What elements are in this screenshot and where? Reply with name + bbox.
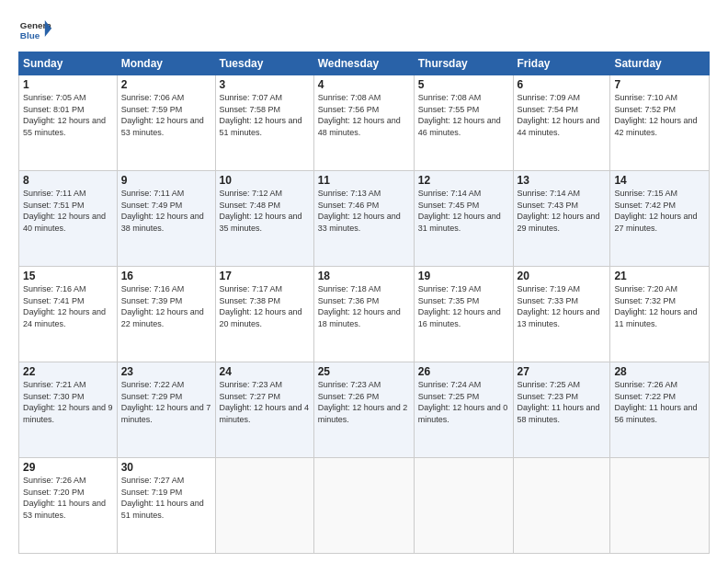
calendar-week-row: 8 Sunrise: 7:11 AMSunset: 7:51 PMDayligh… xyxy=(19,171,710,267)
day-info: Sunrise: 7:22 AMSunset: 7:29 PMDaylight:… xyxy=(121,380,211,424)
calendar-day-cell: 25 Sunrise: 7:23 AMSunset: 7:26 PMDaylig… xyxy=(313,362,414,458)
day-info: Sunrise: 7:16 AMSunset: 7:39 PMDaylight:… xyxy=(121,284,204,328)
day-info: Sunrise: 7:11 AMSunset: 7:51 PMDaylight:… xyxy=(23,189,106,233)
day-number: 10 xyxy=(220,174,310,187)
day-info: Sunrise: 7:25 AMSunset: 7:23 PMDaylight:… xyxy=(518,380,600,424)
calendar-day-cell xyxy=(610,458,710,554)
day-number: 2 xyxy=(121,78,211,91)
day-number: 3 xyxy=(220,78,310,91)
day-info: Sunrise: 7:24 AMSunset: 7:25 PMDaylight:… xyxy=(418,380,508,424)
day-number: 11 xyxy=(318,174,410,187)
weekday-header-thursday: Thursday xyxy=(414,52,513,75)
calendar-day-cell: 22 Sunrise: 7:21 AMSunset: 7:30 PMDaylig… xyxy=(19,362,118,458)
day-info: Sunrise: 7:14 AMSunset: 7:45 PMDaylight:… xyxy=(418,189,501,233)
day-info: Sunrise: 7:16 AMSunset: 7:41 PMDaylight:… xyxy=(23,284,106,328)
day-info: Sunrise: 7:23 AMSunset: 7:27 PMDaylight:… xyxy=(220,380,310,424)
day-number: 7 xyxy=(614,78,705,91)
calendar-day-cell: 26 Sunrise: 7:24 AMSunset: 7:25 PMDaylig… xyxy=(414,362,513,458)
header: General Blue xyxy=(18,17,710,42)
calendar-day-cell: 28 Sunrise: 7:26 AMSunset: 7:22 PMDaylig… xyxy=(610,362,710,458)
day-number: 15 xyxy=(23,270,113,282)
day-number: 16 xyxy=(121,270,211,282)
day-info: Sunrise: 7:14 AMSunset: 7:43 PMDaylight:… xyxy=(518,189,600,233)
day-info: Sunrise: 7:07 AMSunset: 7:58 PMDaylight:… xyxy=(220,93,302,137)
calendar-week-row: 15 Sunrise: 7:16 AMSunset: 7:41 PMDaylig… xyxy=(19,267,710,362)
calendar-day-cell: 8 Sunrise: 7:11 AMSunset: 7:51 PMDayligh… xyxy=(19,171,118,267)
day-number: 19 xyxy=(418,270,509,282)
day-number: 23 xyxy=(121,365,211,378)
svg-text:Blue: Blue xyxy=(20,30,40,40)
calendar-day-cell: 12 Sunrise: 7:14 AMSunset: 7:45 PMDaylig… xyxy=(414,171,513,267)
day-number: 28 xyxy=(614,365,705,378)
day-number: 25 xyxy=(318,365,410,378)
calendar-day-cell: 29 Sunrise: 7:26 AMSunset: 7:20 PMDaylig… xyxy=(19,458,118,554)
day-info: Sunrise: 7:15 AMSunset: 7:42 PMDaylight:… xyxy=(614,189,697,233)
calendar-day-cell: 11 Sunrise: 7:13 AMSunset: 7:46 PMDaylig… xyxy=(313,171,414,267)
day-info: Sunrise: 7:21 AMSunset: 7:30 PMDaylight:… xyxy=(23,380,113,424)
calendar-day-cell: 3 Sunrise: 7:07 AMSunset: 7:58 PMDayligh… xyxy=(215,75,313,171)
day-info: Sunrise: 7:18 AMSunset: 7:36 PMDaylight:… xyxy=(318,284,401,328)
day-number: 13 xyxy=(518,174,607,187)
day-info: Sunrise: 7:19 AMSunset: 7:33 PMDaylight:… xyxy=(518,284,600,328)
calendar-day-cell: 27 Sunrise: 7:25 AMSunset: 7:23 PMDaylig… xyxy=(513,362,610,458)
day-info: Sunrise: 7:05 AMSunset: 8:01 PMDaylight:… xyxy=(23,93,106,137)
day-info: Sunrise: 7:06 AMSunset: 7:59 PMDaylight:… xyxy=(121,93,204,137)
day-info: Sunrise: 7:26 AMSunset: 7:20 PMDaylight:… xyxy=(23,476,106,520)
calendar-day-cell: 15 Sunrise: 7:16 AMSunset: 7:41 PMDaylig… xyxy=(19,267,118,362)
calendar-day-cell: 1 Sunrise: 7:05 AMSunset: 8:01 PMDayligh… xyxy=(19,75,118,171)
calendar-day-cell xyxy=(215,458,313,554)
calendar-day-cell: 16 Sunrise: 7:16 AMSunset: 7:39 PMDaylig… xyxy=(117,267,215,362)
day-number: 17 xyxy=(220,270,310,282)
day-info: Sunrise: 7:08 AMSunset: 7:55 PMDaylight:… xyxy=(418,93,501,137)
day-number: 29 xyxy=(23,461,113,474)
calendar-day-cell: 20 Sunrise: 7:19 AMSunset: 7:33 PMDaylig… xyxy=(513,267,610,362)
day-number: 30 xyxy=(121,461,211,474)
day-number: 22 xyxy=(23,365,113,378)
calendar-day-cell: 2 Sunrise: 7:06 AMSunset: 7:59 PMDayligh… xyxy=(117,75,215,171)
calendar-day-cell: 6 Sunrise: 7:09 AMSunset: 7:54 PMDayligh… xyxy=(513,75,610,171)
day-number: 18 xyxy=(318,270,410,282)
calendar-day-cell: 17 Sunrise: 7:17 AMSunset: 7:38 PMDaylig… xyxy=(215,267,313,362)
day-info: Sunrise: 7:11 AMSunset: 7:49 PMDaylight:… xyxy=(121,189,204,233)
logo-icon: General Blue xyxy=(18,17,51,42)
calendar-day-cell xyxy=(513,458,610,554)
calendar-day-cell: 7 Sunrise: 7:10 AMSunset: 7:52 PMDayligh… xyxy=(610,75,710,171)
day-number: 14 xyxy=(614,174,705,187)
calendar-day-cell: 14 Sunrise: 7:15 AMSunset: 7:42 PMDaylig… xyxy=(610,171,710,267)
day-info: Sunrise: 7:10 AMSunset: 7:52 PMDaylight:… xyxy=(614,93,697,137)
day-info: Sunrise: 7:27 AMSunset: 7:19 PMDaylight:… xyxy=(121,476,204,520)
day-number: 21 xyxy=(614,270,705,282)
logo: General Blue xyxy=(18,17,51,42)
calendar-day-cell: 30 Sunrise: 7:27 AMSunset: 7:19 PMDaylig… xyxy=(117,458,215,554)
calendar-day-cell: 5 Sunrise: 7:08 AMSunset: 7:55 PMDayligh… xyxy=(414,75,513,171)
calendar-header-row: SundayMondayTuesdayWednesdayThursdayFrid… xyxy=(19,52,710,75)
calendar-week-row: 22 Sunrise: 7:21 AMSunset: 7:30 PMDaylig… xyxy=(19,362,710,458)
calendar-day-cell: 23 Sunrise: 7:22 AMSunset: 7:29 PMDaylig… xyxy=(117,362,215,458)
calendar-week-row: 29 Sunrise: 7:26 AMSunset: 7:20 PMDaylig… xyxy=(19,458,710,554)
day-info: Sunrise: 7:23 AMSunset: 7:26 PMDaylight:… xyxy=(318,380,408,424)
day-info: Sunrise: 7:26 AMSunset: 7:22 PMDaylight:… xyxy=(614,380,697,424)
calendar-day-cell: 13 Sunrise: 7:14 AMSunset: 7:43 PMDaylig… xyxy=(513,171,610,267)
day-number: 27 xyxy=(518,365,607,378)
day-info: Sunrise: 7:20 AMSunset: 7:32 PMDaylight:… xyxy=(614,284,697,328)
day-info: Sunrise: 7:09 AMSunset: 7:54 PMDaylight:… xyxy=(518,93,600,137)
day-info: Sunrise: 7:13 AMSunset: 7:46 PMDaylight:… xyxy=(318,189,401,233)
day-number: 8 xyxy=(23,174,113,187)
calendar-day-cell xyxy=(313,458,414,554)
weekday-header-saturday: Saturday xyxy=(610,52,710,75)
day-number: 9 xyxy=(121,174,211,187)
day-number: 5 xyxy=(418,78,509,91)
weekday-header-sunday: Sunday xyxy=(19,52,118,75)
calendar-day-cell: 18 Sunrise: 7:18 AMSunset: 7:36 PMDaylig… xyxy=(313,267,414,362)
weekday-header-wednesday: Wednesday xyxy=(313,52,414,75)
calendar-day-cell: 21 Sunrise: 7:20 AMSunset: 7:32 PMDaylig… xyxy=(610,267,710,362)
day-number: 4 xyxy=(318,78,410,91)
calendar-day-cell: 24 Sunrise: 7:23 AMSunset: 7:27 PMDaylig… xyxy=(215,362,313,458)
day-info: Sunrise: 7:17 AMSunset: 7:38 PMDaylight:… xyxy=(220,284,302,328)
day-number: 26 xyxy=(418,365,509,378)
weekday-header-tuesday: Tuesday xyxy=(215,52,313,75)
calendar-week-row: 1 Sunrise: 7:05 AMSunset: 8:01 PMDayligh… xyxy=(19,75,710,171)
calendar-day-cell: 9 Sunrise: 7:11 AMSunset: 7:49 PMDayligh… xyxy=(117,171,215,267)
weekday-header-monday: Monday xyxy=(117,52,215,75)
day-number: 20 xyxy=(518,270,607,282)
